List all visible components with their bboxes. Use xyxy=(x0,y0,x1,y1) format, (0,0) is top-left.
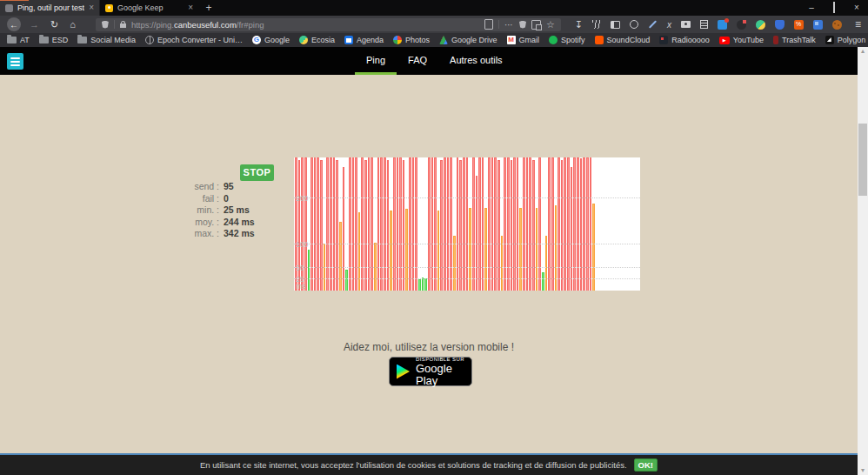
drive-icon xyxy=(439,36,448,44)
minimize-button[interactable]: – xyxy=(800,0,823,16)
site-nav-autres-outils[interactable]: Autres outils xyxy=(438,47,514,75)
page-actions-icon[interactable]: ⋯ xyxy=(504,20,514,30)
bookmark-item[interactable]: Polygon xyxy=(825,36,866,44)
browser-tab[interactable]: Google Keep× xyxy=(99,0,198,16)
forward-button[interactable]: → xyxy=(30,20,39,30)
mobile-menu-button[interactable] xyxy=(7,53,23,70)
sidebar-button[interactable] xyxy=(611,21,620,29)
bookmark-label: Google Drive xyxy=(451,36,497,44)
address-bar[interactable]: https://ping.canbeuseful.com/fr#ping ⋯ ☆ xyxy=(96,18,561,31)
google-play-badge[interactable]: DISPONIBLE SUR Google Play xyxy=(389,357,472,386)
pocket-shield-icon[interactable] xyxy=(519,21,526,29)
bookmark-item[interactable]: GGoogle xyxy=(252,36,290,44)
bookmark-item[interactable]: ESD xyxy=(39,36,69,44)
tab-title: Google Keep xyxy=(117,3,184,12)
site-nav: PingFAQAutres outils xyxy=(355,47,514,75)
bookmark-item[interactable]: Spotify xyxy=(549,36,585,44)
ping-bar xyxy=(507,157,510,291)
back-button[interactable]: ← xyxy=(7,17,21,31)
ping-bar xyxy=(377,157,380,291)
ping-bar xyxy=(393,157,396,291)
ping-bar xyxy=(428,157,431,291)
stat-row: min. :25 ms xyxy=(165,205,278,215)
polygon-icon xyxy=(825,36,834,44)
lock-icon[interactable] xyxy=(120,23,126,28)
bookmark-label: Gmail xyxy=(519,36,540,44)
site-nav-ping[interactable]: Ping xyxy=(355,47,397,75)
bookmark-item[interactable]: Ecosia xyxy=(299,36,335,44)
tracking-protection-shield-icon[interactable] xyxy=(102,21,109,29)
bookmark-item[interactable]: SoundCloud xyxy=(595,36,651,44)
bookmark-item[interactable]: Agenda xyxy=(344,36,384,44)
extension-icon-1[interactable] xyxy=(718,20,727,30)
ping-bar xyxy=(580,158,583,291)
ping-bar xyxy=(397,157,399,291)
tab-bar: Ping, outil pour tester la stabili×Googl… xyxy=(0,0,868,16)
google-icon: G xyxy=(252,36,261,44)
stop-button[interactable]: STOP xyxy=(240,164,274,181)
tab-close-icon[interactable]: × xyxy=(188,3,193,12)
ping-bar xyxy=(450,157,452,291)
bookmark-item[interactable]: MGmail xyxy=(507,36,540,44)
menu-button[interactable]: ≡ xyxy=(855,18,861,30)
bookmark-item[interactable]: Photos xyxy=(393,36,430,44)
ping-bar xyxy=(577,157,579,291)
edit-icon[interactable] xyxy=(649,20,657,28)
reader-mode-icon[interactable] xyxy=(484,19,493,30)
text-tool-icon[interactable]: x xyxy=(667,20,671,30)
bookmark-item[interactable]: TrashTalk xyxy=(773,36,816,44)
scroll-down-arrow[interactable]: ▾ xyxy=(858,467,868,474)
gridline: 50 xyxy=(294,267,640,268)
extension-icon-6[interactable] xyxy=(813,20,823,30)
ping-bar xyxy=(387,160,390,291)
account-button[interactable] xyxy=(630,20,638,29)
gridline: 200 xyxy=(294,197,640,198)
youtube-icon: ▶ xyxy=(719,37,730,44)
window-controls: – × xyxy=(800,0,868,16)
ping-bar xyxy=(542,272,544,291)
bookmark-label: Photos xyxy=(405,36,430,44)
browser-tab[interactable]: Ping, outil pour tester la stabili× xyxy=(0,0,99,16)
new-tab-button[interactable]: + xyxy=(198,0,219,16)
translate-icon[interactable] xyxy=(531,20,541,30)
globe-icon xyxy=(145,36,154,44)
scroll-up-arrow[interactable]: ▴ xyxy=(858,48,868,55)
tab-close-icon[interactable]: × xyxy=(89,3,94,12)
ping-bar xyxy=(497,160,500,291)
extension-icon-ecosia[interactable] xyxy=(756,20,765,30)
home-button[interactable]: ⌂ xyxy=(70,20,76,30)
reload-button[interactable]: ↻ xyxy=(50,20,58,30)
restore-button[interactable] xyxy=(823,0,845,16)
soundcloud-icon xyxy=(595,36,604,44)
ping-bar xyxy=(371,157,373,291)
scrollbar-thumb[interactable] xyxy=(858,124,867,196)
bars xyxy=(295,157,596,291)
cookie-ok-button[interactable]: OK! xyxy=(634,458,658,472)
bookmark-item[interactable]: Social Media xyxy=(77,36,136,44)
bookmark-item[interactable]: AT xyxy=(7,36,30,44)
extension-icon-2[interactable] xyxy=(737,20,746,30)
extension-icon-shield[interactable] xyxy=(775,20,785,30)
ping-bar xyxy=(352,157,355,291)
ping-bar xyxy=(488,157,491,291)
extension-icon-5[interactable] xyxy=(794,20,804,30)
close-window-button[interactable]: × xyxy=(845,0,868,16)
bookmark-star-icon[interactable]: ☆ xyxy=(546,19,555,30)
bookmark-item[interactable]: Epoch Converter - Uni… xyxy=(145,36,243,44)
url-text[interactable]: https://ping.canbeuseful.com/fr#ping xyxy=(131,20,479,30)
downloads-button[interactable]: ↧ xyxy=(575,20,583,30)
ping-bar xyxy=(308,250,310,291)
page-scrollbar[interactable]: ▴ ▾ xyxy=(858,47,868,475)
cookie-consent-bar: En utilisant ce site internet, vous acce… xyxy=(0,455,858,475)
extension-icon-cookie[interactable] xyxy=(832,20,842,30)
bookmark-item[interactable]: Radiooooo xyxy=(659,36,710,44)
site-nav-faq[interactable]: FAQ xyxy=(397,47,438,75)
screenshot-icon[interactable] xyxy=(681,21,691,28)
ping-bar xyxy=(564,157,566,291)
bookmark-item[interactable]: ▶YouTube xyxy=(719,36,764,44)
bookmark-item[interactable]: Google Drive xyxy=(439,36,497,44)
notes-icon[interactable] xyxy=(700,20,708,29)
ping-bar xyxy=(561,160,564,291)
library-button[interactable] xyxy=(592,20,601,29)
ping-bar xyxy=(399,157,402,291)
